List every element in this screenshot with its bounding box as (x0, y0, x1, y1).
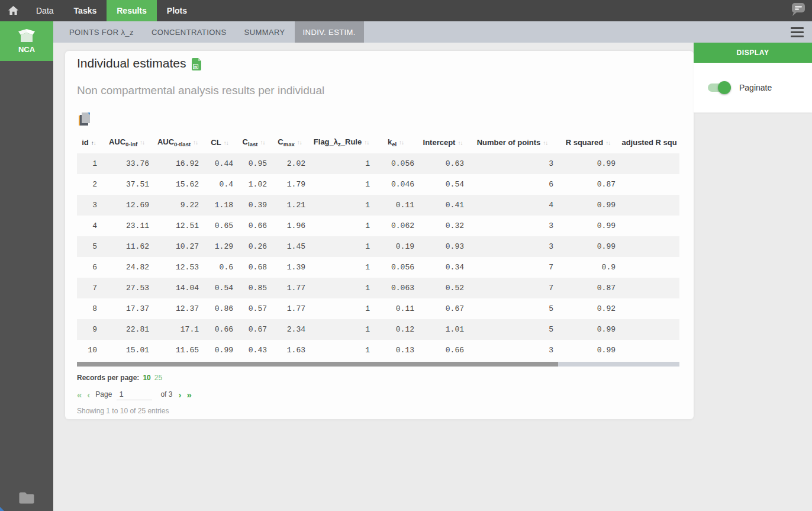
toggle-knob (718, 81, 731, 94)
table-cell: 1 (309, 319, 373, 340)
table-row: 727.5314.040.540.851.7710.0630.5270.87 (77, 278, 679, 298)
table-cell: 1.63 (270, 340, 309, 361)
nav-tab-tasks[interactable]: Tasks (64, 0, 107, 21)
col-header-0[interactable]: id↑↓ (77, 131, 101, 153)
table-cell: 0.12 (373, 319, 418, 340)
table-cell: 0.063 (373, 278, 418, 298)
showing-entries-label: Showing 1 to 10 of 25 entries (77, 407, 679, 415)
tab-indiv-estim[interactable]: INDIV. ESTIM. (295, 21, 364, 43)
col-header-2[interactable]: AUC0-tlast↑↓ (153, 131, 202, 153)
col-header-8[interactable]: Intercept↑↓ (418, 131, 468, 153)
col-header-4[interactable]: Clast↑↓ (237, 131, 270, 153)
table-cell (619, 195, 679, 216)
last-page-button[interactable]: » (186, 390, 191, 399)
sidebar-item-nca[interactable]: NCA (0, 21, 53, 61)
table-cell: 0.43 (237, 340, 270, 361)
table-cell: 15.01 (101, 340, 153, 361)
first-page-button[interactable]: « (77, 390, 82, 399)
table-cell: 0.65 (202, 216, 237, 236)
paginate-toggle[interactable] (708, 83, 730, 92)
table-cell: 4 (77, 216, 101, 236)
table-cell: 0.57 (237, 298, 270, 319)
display-panel-header[interactable]: DISPLAY (694, 43, 812, 63)
table-cell: 0.66 (237, 216, 270, 236)
table-cell: 1 (77, 153, 101, 174)
table-cell: 1.79 (270, 174, 309, 195)
home-button[interactable] (0, 0, 26, 21)
table-cell: 1.21 (270, 195, 309, 216)
table-cell: 11.62 (101, 236, 153, 257)
col-header-9[interactable]: Number of points↑↓ (468, 131, 557, 153)
next-page-button[interactable]: › (178, 390, 181, 399)
col-header-6[interactable]: Flag_λz_Rule↑↓ (309, 131, 373, 153)
project-folder-button[interactable] (19, 491, 35, 504)
table-cell: 1.18 (202, 195, 237, 216)
sort-icon: ↑↓ (399, 139, 404, 146)
table-cell: 0.39 (237, 195, 270, 216)
scrollbar-thumb[interactable] (77, 362, 558, 367)
table-row: 133.7616.920.440.952.0210.0560.6330.99 (77, 153, 679, 174)
table-cell: 9.22 (153, 195, 202, 216)
table-cell: 0.66 (418, 340, 468, 361)
table-cell: 4 (468, 195, 557, 216)
copy-table-button[interactable] (77, 111, 92, 127)
table-cell: 1 (309, 174, 373, 195)
nav-tab-results[interactable]: Results (107, 0, 157, 21)
table-cell: 17.1 (153, 319, 202, 340)
table-cell: 0.99 (557, 340, 619, 361)
col-header-10[interactable]: R squared↑↓ (557, 131, 619, 153)
top-nav-bar: Data Tasks Results Plots (0, 0, 812, 21)
table-cell: 0.32 (418, 216, 468, 236)
nav-tab-data[interactable]: Data (26, 0, 64, 21)
table-cell: 0.19 (373, 236, 418, 257)
table-cell: 0.11 (373, 298, 418, 319)
tab-summary[interactable]: SUMMARY (236, 21, 294, 43)
records-option-10[interactable]: 10 (143, 374, 150, 382)
home-icon (8, 5, 19, 16)
table-cell: 12.51 (153, 216, 202, 236)
feedback-button[interactable] (790, 2, 807, 19)
table-cell: 0.93 (418, 236, 468, 257)
table-cell: 22.81 (101, 319, 153, 340)
table-cell: 16.92 (153, 153, 202, 174)
sort-icon: ↑↓ (457, 140, 462, 146)
tab-concentrations[interactable]: CONCENTRATIONS (143, 21, 235, 43)
table-cell: 1 (309, 153, 373, 174)
prev-page-button[interactable]: ‹ (87, 390, 90, 399)
table-cell: 1.01 (418, 319, 468, 340)
table-cell (619, 216, 679, 236)
sort-icon: ↑↓ (543, 140, 547, 146)
horizontal-scrollbar[interactable] (77, 362, 679, 367)
sort-icon: ↑↓ (193, 139, 198, 146)
table-cell: 0.63 (418, 153, 468, 174)
table-cell: 6 (468, 174, 557, 195)
table-cell: 0.41 (418, 195, 468, 216)
table-cell: 2 (77, 174, 101, 195)
table-cell (619, 278, 679, 298)
display-panel: DISPLAY Paginate (694, 43, 812, 113)
tab-points-for-lambda-z[interactable]: POINTS FOR λ_z (61, 21, 142, 43)
col-header-7[interactable]: kel↑↓ (373, 131, 418, 153)
table-cell: 0.87 (557, 278, 619, 298)
col-header-1[interactable]: AUC0-inf↑↓ (101, 131, 153, 153)
page-count-label: of 3 (160, 390, 172, 398)
page-input[interactable] (117, 388, 152, 400)
table-cell: 3 (77, 195, 101, 216)
table-cell: 1 (309, 216, 373, 236)
table-cell: 7 (77, 278, 101, 298)
col-header-3[interactable]: CL↑↓ (202, 131, 237, 153)
table-cell: 1.96 (270, 216, 309, 236)
nav-tab-plots[interactable]: Plots (157, 0, 197, 21)
table-cell: 5 (468, 298, 557, 319)
table-cell: 1.02 (237, 174, 270, 195)
col-header-5[interactable]: Cmax↑↓ (270, 131, 309, 153)
table-cell: 11.65 (153, 340, 202, 361)
table-cell: 1 (309, 278, 373, 298)
word-export-button[interactable]: w (192, 58, 201, 70)
table-cell (619, 319, 679, 340)
box-icon (17, 28, 37, 43)
table-cell: 23.11 (101, 216, 153, 236)
menu-button[interactable] (791, 27, 804, 37)
table-cell: 1.29 (202, 236, 237, 257)
records-option-25[interactable]: 25 (154, 374, 162, 382)
